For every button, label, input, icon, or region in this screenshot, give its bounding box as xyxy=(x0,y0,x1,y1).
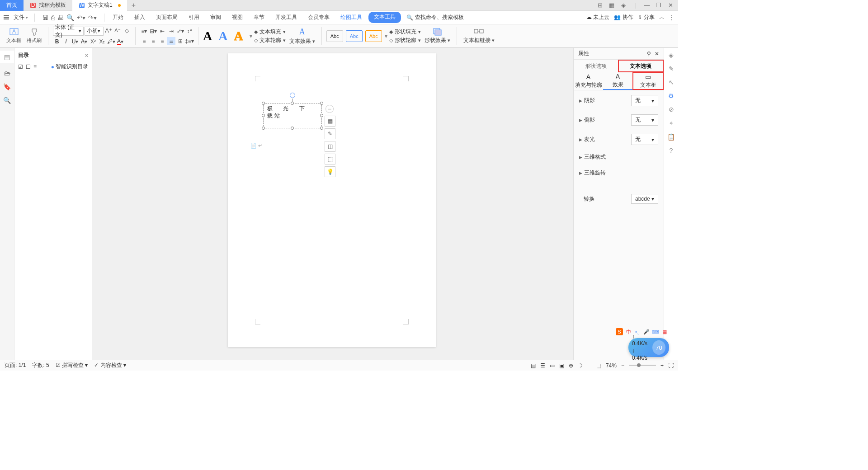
layout-options-icon[interactable]: − xyxy=(326,105,334,113)
view-web-icon[interactable]: ▭ xyxy=(550,362,555,369)
align-left-icon[interactable]: ≡ xyxy=(140,37,148,45)
tab-document[interactable]: W 文字文稿1 xyxy=(72,0,127,11)
distribute-icon[interactable]: ⊞ xyxy=(176,37,184,45)
resize-handle[interactable] xyxy=(320,127,323,130)
edit-icon[interactable]: ✎ xyxy=(325,128,335,139)
wrap-icon[interactable]: ▦ xyxy=(325,116,335,127)
view-outline-icon[interactable]: ☰ xyxy=(540,362,545,369)
rail-style-icon[interactable]: ✎ xyxy=(669,65,674,72)
globe-icon[interactable]: ⊕ xyxy=(569,362,573,369)
prop-tab-shape[interactable]: 形状选项 xyxy=(574,60,618,72)
tab-home[interactable]: 首页 xyxy=(0,0,24,11)
rail-select-icon[interactable]: ↖ xyxy=(669,79,674,86)
shape-style-1[interactable]: Abc xyxy=(326,30,343,42)
more-icon[interactable]: ⋮ xyxy=(669,14,675,21)
rail-location-icon[interactable]: ⌖ xyxy=(670,119,673,127)
grow-font-icon[interactable]: A⁺ xyxy=(104,27,113,35)
resize-handle[interactable] xyxy=(320,114,323,117)
fullscreen-icon[interactable]: ⛶ xyxy=(668,362,674,369)
tab-layout[interactable]: 页面布局 xyxy=(151,12,182,23)
toc-smart-button[interactable]: ● 智能识别目录 xyxy=(51,63,88,70)
idea-icon[interactable]: 💡 xyxy=(325,166,335,177)
canvas[interactable]: 极 光 下 载站 − ▦ ✎ ◫ ⬚ 💡 📄 ↵ xyxy=(92,48,573,371)
maximize-button[interactable]: ❐ xyxy=(654,2,664,9)
style-more-icon[interactable]: ▾ xyxy=(250,33,252,39)
text-outline-button[interactable]: ◇ 文本轮廓 ▾ xyxy=(254,37,286,44)
highlight-icon[interactable]: 🖍▾ xyxy=(107,38,115,46)
document-page[interactable]: 极 光 下 载站 − ▦ ✎ ◫ ⬚ 💡 📄 ↵ xyxy=(228,53,436,347)
tab-view[interactable]: 视图 xyxy=(227,12,247,23)
redo-icon[interactable]: ↷▾ xyxy=(88,14,97,21)
close-button[interactable]: ✕ xyxy=(665,2,675,9)
zoom-value[interactable]: 74% xyxy=(606,362,617,369)
spell-check[interactable]: ☑ 拼写检查 ▾ xyxy=(56,362,88,369)
sort-icon[interactable]: ↕ᴬ xyxy=(185,27,193,35)
reflect-select[interactable]: 无▾ xyxy=(631,114,658,126)
search-rail-icon[interactable]: 🔍 xyxy=(3,97,11,104)
cloud-status[interactable]: ☁ 未上云 xyxy=(586,14,609,21)
page-status[interactable]: 页面: 1/1 xyxy=(5,362,26,369)
style-blue[interactable]: A xyxy=(218,29,227,43)
rail-help-icon[interactable]: ? xyxy=(670,147,673,154)
zoom-in-icon[interactable]: + xyxy=(660,362,664,369)
ime-keyboard-icon[interactable]: ⌨ xyxy=(652,328,659,335)
print-icon[interactable]: 🖶 xyxy=(57,14,64,21)
bookmark-rail-icon[interactable]: 🔖 xyxy=(3,83,11,90)
zoom-slider[interactable] xyxy=(629,365,656,366)
fit-icon[interactable]: ⬚ xyxy=(596,362,601,369)
underline-icon[interactable]: U▾ xyxy=(71,38,79,46)
tab-template[interactable]: D 找稻壳模板 xyxy=(24,0,72,11)
textbox-content[interactable]: 极 光 下 载站 xyxy=(264,103,321,121)
text-direction-icon[interactable]: ⤢▾ xyxy=(176,27,184,35)
night-icon[interactable]: ☽ xyxy=(578,362,583,369)
strike-icon[interactable]: A▾ xyxy=(80,38,88,46)
expand-icon[interactable]: ▶ xyxy=(579,118,582,122)
line-spacing-icon[interactable]: ‡≡▾ xyxy=(185,37,193,45)
tab-start[interactable]: 开始 xyxy=(108,12,128,23)
bullets-icon[interactable]: ≡▾ xyxy=(140,27,148,35)
panel-close-icon[interactable]: ✕ xyxy=(655,51,659,57)
expand-icon[interactable]: ▶ xyxy=(579,171,582,175)
vertical-scrollbar[interactable] xyxy=(568,48,573,371)
style-orange[interactable]: A xyxy=(234,29,243,43)
share-button[interactable]: ⇪ 分享 xyxy=(638,14,655,21)
rotate-handle-icon[interactable] xyxy=(290,93,295,98)
tab-draw-tools[interactable]: 绘图工具 xyxy=(336,12,367,23)
hamburger-icon[interactable] xyxy=(4,15,9,19)
outdent-icon[interactable]: ⇤ xyxy=(158,27,166,35)
font-family-select[interactable]: 宋体 (正文)▾ xyxy=(53,27,84,36)
toc-expand-icon[interactable]: ☑ xyxy=(18,64,23,70)
align-center-icon[interactable]: ≡ xyxy=(149,37,157,45)
numbering-icon[interactable]: ⊟▾ xyxy=(149,27,157,35)
tab-review[interactable]: 审阅 xyxy=(206,12,226,23)
tab-reference[interactable]: 引用 xyxy=(184,12,204,23)
resize-handle[interactable] xyxy=(291,102,294,105)
file-menu[interactable]: 文件▾ xyxy=(11,14,31,21)
toc-close-icon[interactable]: × xyxy=(85,52,88,59)
collapse-ribbon-icon[interactable]: ︿ xyxy=(659,14,665,21)
subtab-effect[interactable]: A效果 xyxy=(603,72,632,90)
skin-icon[interactable]: ◈ xyxy=(618,2,628,9)
network-widget[interactable]: ↑ 0.4K/s ↓ 0.4K/s 70 xyxy=(628,338,669,357)
resize-handle[interactable] xyxy=(291,127,294,130)
textbox-link-button[interactable]: 文本框链接 ▾ xyxy=(462,28,496,44)
rail-clipboard-icon[interactable]: 📋 xyxy=(667,133,675,141)
grid1-icon[interactable]: ⊞ xyxy=(595,2,605,9)
resize-handle[interactable] xyxy=(262,102,265,105)
nav-rail-icon[interactable]: 🗁 xyxy=(4,70,10,77)
format-brush-button[interactable]: 格式刷 xyxy=(25,28,43,44)
shape-fill-button[interactable]: ◆ 形状填充 ▾ xyxy=(389,28,421,36)
rail-settings-icon[interactable]: ⚙ xyxy=(668,92,674,99)
word-count[interactable]: 字数: 5 xyxy=(32,362,49,369)
save-icon[interactable]: 🖫 xyxy=(42,14,48,21)
ime-lang[interactable]: 中 xyxy=(625,328,632,335)
clear-format-icon[interactable]: ◇ xyxy=(123,27,131,35)
expand-icon[interactable]: ▶ xyxy=(579,155,582,160)
fill-tool-icon[interactable]: ◫ xyxy=(325,141,335,152)
superscript-icon[interactable]: X² xyxy=(89,38,97,46)
align-justify-icon[interactable]: ≣ xyxy=(167,37,175,45)
textbox-button[interactable]: A 文本框 xyxy=(5,28,23,44)
toc-level-icon[interactable]: ≡ xyxy=(33,64,37,70)
shrink-font-icon[interactable]: A⁻ xyxy=(113,27,122,35)
command-search[interactable]: 🔍 查找命令、搜索模板 xyxy=(406,14,464,21)
